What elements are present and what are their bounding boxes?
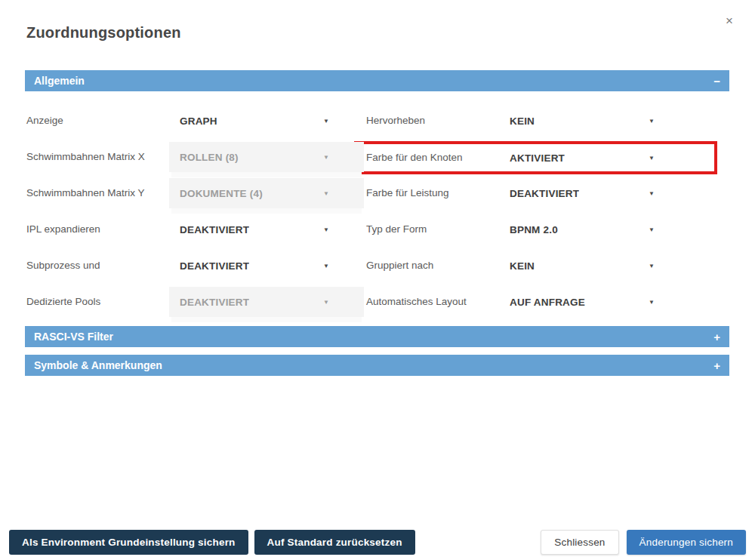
dialog-footer: Als Environment Grundeinstellung sichern…	[9, 530, 746, 555]
chevron-down-icon: ▼	[649, 118, 655, 125]
field-label: Schwimmbahnen Matrix Y	[25, 186, 169, 202]
field-row-hervorheben: Hervorheben KEIN ▼	[366, 106, 730, 136]
subprozess-und-select[interactable]: DEAKTIVIERT ▼	[169, 251, 364, 281]
page-title: Zuordnungsoptionen	[0, 0, 755, 42]
section-header-symbole-anmerkungen[interactable]: Symbole & Anmerkungen +	[25, 355, 729, 376]
field-row-typ-der-form: Typ der Form BPNM 2.0 ▼	[366, 214, 730, 245]
field-label: Farbe für Leistung	[366, 186, 499, 202]
schwimmbahnen-matrix-x-select: ROLLEN (8) ▼	[169, 142, 364, 172]
field-row-automatisches-layout: Automatisches Layout AUF ANFRAGE ▼	[366, 287, 730, 317]
allgemein-form: Anzeige GRAPH ▼ Schwimmbahnen Matrix X R…	[0, 91, 755, 323]
field-label: Hervorheben	[366, 113, 499, 129]
chevron-down-icon: ▼	[323, 299, 329, 306]
field-label: Subprozess und	[25, 258, 169, 274]
field-row-anzeige: Anzeige GRAPH ▼	[25, 106, 366, 136]
footer-left-buttons: Als Environment Grundeinstellung sichern…	[9, 530, 421, 555]
chevron-down-icon: ▼	[649, 226, 655, 233]
farbe-fuer-den-knoten-select[interactable]: AKTIVIERT ▼	[499, 144, 707, 171]
automatisches-layout-select[interactable]: AUF ANFRAGE ▼	[499, 287, 707, 317]
gruppiert-nach-select[interactable]: KEIN ▼	[499, 251, 707, 281]
anzeige-select[interactable]: GRAPH ▼	[169, 106, 364, 136]
close-icon[interactable]: ×	[724, 13, 735, 29]
expand-icon[interactable]: +	[713, 331, 720, 343]
ipl-expandieren-select[interactable]: DEAKTIVIERT ▼	[169, 214, 364, 245]
chevron-down-icon: ▼	[649, 299, 655, 306]
field-label: IPL expandieren	[25, 222, 169, 238]
field-row-schwimmbahnen-matrix-x: Schwimmbahnen Matrix X ROLLEN (8) ▼	[25, 142, 366, 172]
typ-der-form-select[interactable]: BPNM 2.0 ▼	[499, 214, 707, 245]
zuordnungsoptionen-dialog: × Zuordnungsoptionen Allgemein − Anzeige…	[0, 0, 755, 560]
field-label: Farbe für den Knoten	[366, 150, 499, 166]
chevron-down-icon: ▼	[323, 118, 329, 125]
field-label: Typ der Form	[366, 222, 499, 238]
section-header-rasci-vs-filter[interactable]: RASCI-VS Filter +	[25, 326, 729, 347]
farbe-fuer-leistung-select[interactable]: DEAKTIVIERT ▼	[499, 178, 707, 208]
field-label: Anzeige	[25, 113, 169, 129]
field-label: Dedizierte Pools	[25, 294, 169, 310]
section-label: RASCI-VS Filter	[34, 331, 113, 343]
close-button[interactable]: Schliessen	[541, 530, 618, 555]
field-row-farbe-fuer-leistung: Farbe für Leistung DEAKTIVIERT ▼	[366, 178, 730, 208]
chevron-down-icon: ▼	[649, 155, 655, 162]
save-as-environment-default-button[interactable]: Als Environment Grundeinstellung sichern	[9, 530, 248, 555]
field-label: Schwimmbahnen Matrix X	[25, 149, 169, 165]
save-changes-button[interactable]: Änderungen sichern	[627, 530, 746, 555]
chevron-down-icon: ▼	[323, 190, 329, 197]
section-header-allgemein[interactable]: Allgemein −	[25, 70, 729, 91]
expand-icon[interactable]: +	[713, 359, 720, 372]
field-label: Gruppiert nach	[366, 258, 499, 274]
field-row-farbe-fuer-den-knoten-highlighted: Farbe für den Knoten AKTIVIERT ▼	[354, 141, 717, 174]
field-row-dedizierte-pools: Dedizierte Pools DEAKTIVIERT ▼	[25, 287, 366, 317]
field-label: Automatisches Layout	[366, 294, 499, 310]
reset-to-standard-button[interactable]: Auf Standard zurücksetzen	[254, 530, 415, 555]
chevron-down-icon: ▼	[649, 263, 655, 269]
hervorheben-select[interactable]: KEIN ▼	[499, 106, 707, 136]
section-label: Allgemein	[34, 75, 85, 87]
field-row-ipl-expandieren: IPL expandieren DEAKTIVIERT ▼	[25, 214, 366, 245]
schwimmbahnen-matrix-y-select: DOKUMENTE (4) ▼	[169, 178, 364, 208]
field-row-gruppiert-nach: Gruppiert nach KEIN ▼	[366, 251, 730, 281]
dedizierte-pools-select: DEAKTIVIERT ▼	[169, 287, 364, 317]
form-column-right: Hervorheben KEIN ▼ Farbe für den Knoten …	[366, 106, 730, 323]
section-label: Symbole & Anmerkungen	[34, 359, 162, 371]
collapse-icon[interactable]: −	[713, 75, 720, 88]
chevron-down-icon: ▼	[649, 190, 655, 197]
footer-right-buttons: Schliessen Änderungen sichern	[541, 530, 746, 555]
field-row-subprozess-und: Subprozess und DEAKTIVIERT ▼	[25, 251, 366, 281]
field-row-schwimmbahnen-matrix-y: Schwimmbahnen Matrix Y DOKUMENTE (4) ▼	[25, 178, 366, 208]
chevron-down-icon: ▼	[323, 226, 329, 233]
chevron-down-icon: ▼	[323, 263, 329, 269]
chevron-down-icon: ▼	[323, 154, 329, 161]
form-column-left: Anzeige GRAPH ▼ Schwimmbahnen Matrix X R…	[25, 106, 366, 323]
